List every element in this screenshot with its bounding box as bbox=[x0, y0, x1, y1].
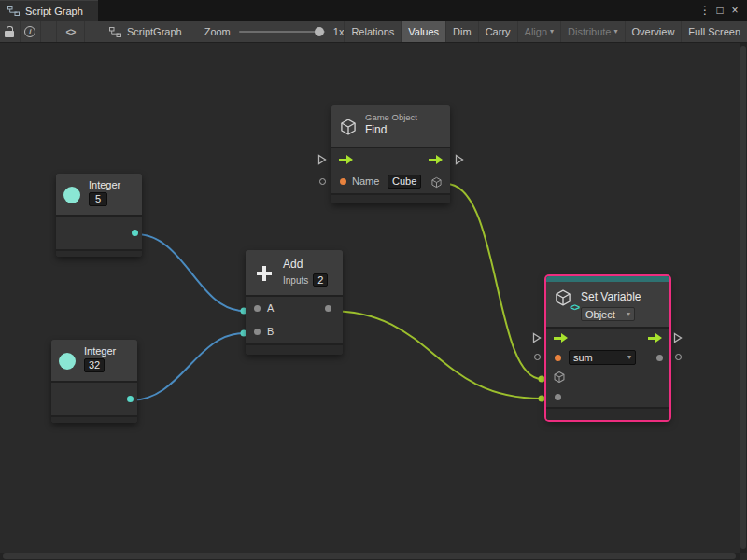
chevron-down-icon: ▾ bbox=[627, 311, 630, 318]
output-port-dot[interactable] bbox=[127, 396, 134, 402]
flow-output-triangle[interactable] bbox=[673, 332, 683, 343]
toolbar-buttons: Relations Values Dim Carry Align▾ Distri… bbox=[344, 21, 747, 42]
wire-add-to-setvariable-value[interactable] bbox=[329, 311, 542, 399]
input-port-dot[interactable] bbox=[254, 305, 261, 312]
graph-toolbar: ScriptGraph Zoom 1x Relations Values Dim… bbox=[0, 21, 747, 43]
horizontal-scrollbar-thumb[interactable] bbox=[3, 553, 736, 559]
window-menu-icon[interactable]: ⋮ bbox=[698, 0, 712, 21]
close-icon[interactable]: × bbox=[727, 0, 742, 21]
tab-script-graph[interactable]: Script Graph bbox=[0, 0, 98, 21]
zoom-slider-knob[interactable] bbox=[315, 27, 324, 36]
node-set-variable[interactable]: <> Set Variable Object ▾ sum ▾ bbox=[546, 276, 669, 420]
inputs-count-field[interactable]: 2 bbox=[313, 273, 328, 287]
wire-endpoint-dot[interactable] bbox=[539, 376, 545, 383]
chevron-down-icon: ▾ bbox=[627, 354, 631, 361]
node-footer bbox=[331, 193, 450, 203]
brackets-icon: <> bbox=[570, 302, 579, 313]
wire-endpoint-dot[interactable] bbox=[539, 396, 545, 402]
graph-canvas[interactable]: Integer 5 Integer 32 Add bbox=[0, 43, 747, 560]
input-port-dot[interactable] bbox=[555, 394, 561, 400]
inspect-button[interactable] bbox=[21, 21, 41, 42]
node-header[interactable]: Game Object Find bbox=[331, 105, 450, 148]
carry-button[interactable]: Carry bbox=[478, 21, 517, 42]
flow-in-arrow-icon[interactable] bbox=[339, 155, 353, 165]
distribute-button[interactable]: Distribute▾ bbox=[560, 21, 624, 42]
input-port-dot[interactable] bbox=[254, 329, 261, 335]
vertical-scrollbar[interactable] bbox=[740, 43, 747, 553]
graph-icon bbox=[109, 27, 121, 37]
variable-name-dropdown[interactable]: sum ▾ bbox=[569, 350, 636, 365]
wire-find-to-setvariable-object[interactable] bbox=[446, 184, 542, 379]
tab-title: Script Graph bbox=[25, 6, 83, 17]
variable-icon: <> bbox=[554, 288, 576, 311]
result-cube-icon[interactable] bbox=[430, 176, 443, 189]
string-port-dot[interactable] bbox=[340, 178, 346, 185]
output-port-dot[interactable] bbox=[325, 305, 331, 312]
integer-value-field[interactable]: 5 bbox=[89, 192, 107, 206]
dim-button[interactable]: Dim bbox=[445, 21, 478, 42]
chevron-down-icon: ▾ bbox=[550, 28, 554, 35]
flow-out-arrow-icon[interactable] bbox=[648, 333, 662, 343]
variable-name-row: sum ▾ bbox=[546, 348, 669, 368]
port-row-b: B bbox=[246, 320, 343, 343]
name-value-field[interactable]: Cube bbox=[388, 175, 421, 189]
node-gameobject-find[interactable]: Game Object Find Name Cube bbox=[331, 105, 450, 203]
wire-integer32-to-add-b[interactable] bbox=[131, 333, 244, 400]
output-port-dot[interactable] bbox=[656, 355, 663, 361]
node-integer-5[interactable]: Integer 5 bbox=[56, 174, 142, 257]
code-icon bbox=[66, 27, 76, 37]
overview-button[interactable]: Overview bbox=[625, 21, 682, 42]
node-footer bbox=[246, 343, 343, 355]
value-input-circle[interactable] bbox=[319, 178, 326, 185]
value-input-circle[interactable] bbox=[534, 354, 541, 360]
flow-output-triangle[interactable] bbox=[455, 154, 464, 165]
node-add[interactable]: Add Inputs 2 A B bbox=[246, 250, 343, 355]
wire-integer5-to-add-a[interactable] bbox=[136, 234, 244, 311]
fullscreen-button[interactable]: Full Screen bbox=[681, 21, 747, 42]
vertical-scrollbar-thumb[interactable] bbox=[740, 46, 746, 549]
output-port-dot[interactable] bbox=[132, 230, 138, 236]
zoom-value: 1x bbox=[333, 26, 345, 37]
value-output-circle[interactable] bbox=[675, 354, 682, 360]
zoom-slider[interactable] bbox=[239, 25, 325, 38]
add-icon bbox=[255, 264, 274, 283]
node-title: Set Variable bbox=[581, 290, 641, 303]
string-port-dot[interactable] bbox=[555, 355, 561, 361]
node-header[interactable]: <> Set Variable Object ▾ bbox=[546, 282, 669, 329]
integer-value-field[interactable]: 32 bbox=[84, 358, 105, 372]
zoom-label: Zoom bbox=[204, 26, 231, 37]
node-header[interactable]: Integer 32 bbox=[51, 340, 137, 383]
horizontal-scrollbar[interactable] bbox=[0, 553, 740, 560]
flow-in-arrow-icon[interactable] bbox=[554, 333, 568, 343]
maximize-icon[interactable]: □ bbox=[712, 0, 727, 21]
flow-input-triangle[interactable] bbox=[532, 332, 542, 343]
node-title: Find bbox=[365, 123, 387, 136]
flow-out-arrow-icon[interactable] bbox=[429, 155, 443, 165]
relations-button[interactable]: Relations bbox=[344, 21, 401, 42]
info-icon bbox=[24, 26, 35, 37]
edit-source-button[interactable] bbox=[56, 21, 85, 42]
variable-scope-dropdown[interactable]: Object ▾ bbox=[581, 307, 635, 321]
values-button[interactable]: Values bbox=[401, 21, 445, 42]
titlebar: Script Graph ⋮ □ × bbox=[0, 0, 747, 21]
script-graph-icon bbox=[7, 6, 20, 16]
node-integer-32[interactable]: Integer 32 bbox=[51, 340, 137, 423]
zoom-control: Zoom 1x bbox=[204, 25, 345, 38]
node-footer bbox=[56, 249, 142, 257]
align-button[interactable]: Align▾ bbox=[517, 21, 560, 42]
port-label: B bbox=[267, 326, 274, 337]
node-title: Integer bbox=[89, 179, 120, 190]
value-port-row bbox=[546, 387, 669, 407]
flow-port-row bbox=[546, 329, 669, 348]
zoom-slider-track[interactable] bbox=[239, 31, 325, 33]
object-cube-icon[interactable] bbox=[553, 371, 566, 384]
lock-button[interactable] bbox=[0, 21, 21, 42]
flow-input-triangle[interactable] bbox=[317, 154, 327, 165]
chevron-down-icon: ▾ bbox=[614, 28, 618, 35]
graph-breadcrumb[interactable]: ScriptGraph bbox=[109, 26, 182, 37]
graph-name: ScriptGraph bbox=[127, 26, 182, 37]
node-header[interactable]: Integer 5 bbox=[56, 174, 142, 217]
inputs-label: Inputs bbox=[283, 275, 308, 286]
object-port-row bbox=[546, 368, 669, 387]
node-header[interactable]: Add Inputs 2 bbox=[246, 250, 343, 297]
